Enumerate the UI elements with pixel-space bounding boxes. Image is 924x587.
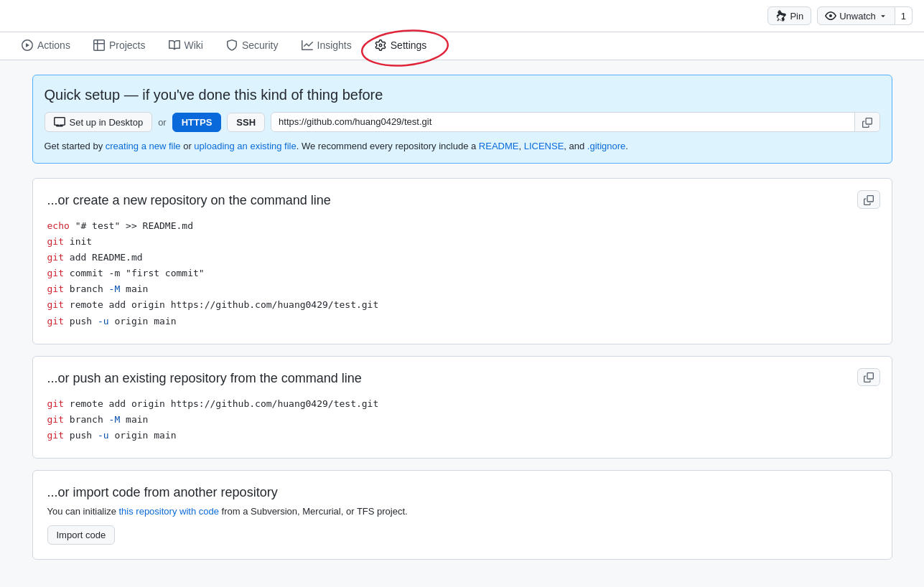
import-btn-label: Import code	[57, 530, 106, 540]
readme-link[interactable]: README	[479, 141, 519, 151]
push-git-kw-1: git	[47, 398, 64, 409]
tab-actions[interactable]: Actions	[11, 32, 80, 60]
unwatch-button[interactable]: Unwatch	[817, 6, 895, 25]
push-flag-M: -M	[109, 414, 121, 425]
gitignore-link[interactable]: .gitignore	[587, 141, 625, 151]
git-keyword-1: git	[47, 236, 64, 247]
tab-projects-label: Projects	[109, 39, 146, 51]
tab-wiki[interactable]: Wiki	[159, 32, 213, 60]
top-bar: Pin Unwatch 1	[0, 0, 924, 32]
push-origin-main: origin main	[109, 430, 177, 441]
git-keyword-6: git	[47, 316, 64, 327]
copy-icon	[862, 118, 872, 128]
echo-args: "# test" >> README.md	[70, 220, 193, 231]
graph-icon	[302, 39, 313, 51]
tab-settings-label: Settings	[391, 39, 427, 51]
git-commit: commit -m "first commit"	[64, 268, 205, 278]
tab-insights[interactable]: Insights	[291, 32, 362, 60]
push-flag-u: -u	[98, 430, 109, 441]
gear-icon	[375, 39, 386, 51]
create-repo-title: ...or create a new repository on the com…	[47, 193, 877, 208]
import-code-button[interactable]: Import code	[47, 525, 116, 545]
import-section: ...or import code from another repositor…	[32, 470, 892, 560]
unwatch-label: Unwatch	[839, 11, 876, 22]
import-title: ...or import code from another repositor…	[47, 485, 877, 500]
ssh-button[interactable]: SSH	[227, 113, 265, 132]
import-this-repo-link[interactable]: this repository with code	[118, 506, 218, 517]
import-desc: You can initialize this repository with …	[47, 506, 877, 517]
push-git-kw-2: git	[47, 414, 64, 425]
git-init: init	[64, 236, 92, 247]
push-line-2: git branch -M main	[47, 412, 877, 428]
comma1: ,	[518, 141, 523, 151]
git-keyword-3: git	[47, 268, 64, 278]
https-button[interactable]: HTTPS	[172, 113, 222, 132]
pin-label: Pin	[790, 11, 803, 22]
git-keyword-4: git	[47, 283, 64, 294]
git-keyword-2: git	[47, 252, 64, 263]
push-branch: branch	[64, 414, 109, 425]
git-branch-main1: main	[120, 283, 148, 294]
tab-security-label: Security	[242, 39, 279, 51]
git-push1: push	[64, 316, 98, 327]
quick-setup-title: Quick setup — if you've done this kind o…	[45, 87, 880, 103]
tab-security[interactable]: Security	[216, 32, 289, 60]
copy-section1-icon	[864, 195, 874, 205]
push-remote: remote add origin https://github.com/hua…	[64, 398, 378, 409]
top-bar-right: Pin Unwatch 1	[767, 6, 913, 25]
shield-icon	[226, 39, 238, 51]
desktop-btn-label: Set up in Desktop	[70, 117, 144, 128]
code-line-7: git push -u origin main	[47, 314, 877, 329]
git-branch1: branch	[64, 283, 109, 294]
url-bar	[271, 112, 879, 131]
flag-u-1: -u	[98, 316, 109, 327]
code-line-1: echo "# test" >> README.md	[47, 218, 877, 234]
code-line-4: git commit -m "first commit"	[47, 266, 877, 281]
tab-settings[interactable]: Settings	[365, 32, 437, 60]
tab-projects[interactable]: Projects	[83, 32, 156, 60]
code-line-3: git add README.md	[47, 250, 877, 266]
and-text: , and	[564, 141, 587, 151]
main-content: Quick setup — if you've done this kind o…	[21, 75, 904, 560]
tab-actions-label: Actions	[37, 39, 70, 51]
copy-section1-button[interactable]	[857, 190, 880, 209]
copy-url-button[interactable]	[854, 113, 879, 131]
push-line-1: git remote add origin https://github.com…	[47, 396, 877, 412]
import-desc-prefix: You can initialize	[47, 506, 119, 517]
tab-wiki-label: Wiki	[185, 39, 203, 51]
unwatch-group: Unwatch 1	[817, 6, 913, 25]
ssh-label: SSH	[236, 117, 256, 128]
setup-info: Get started by creating a new file or up…	[45, 141, 880, 151]
book-icon	[169, 39, 180, 51]
git-add: add README.md	[64, 252, 143, 263]
creating-new-file-link[interactable]: creating a new file	[106, 141, 181, 151]
watch-count[interactable]: 1	[895, 6, 913, 25]
copy-section2-button[interactable]	[857, 368, 880, 387]
git-keyword-5: git	[47, 299, 64, 310]
info-suffix: . We recommend every repository include …	[297, 141, 479, 151]
push-main: main	[120, 414, 148, 425]
setup-in-desktop-button[interactable]: Set up in Desktop	[45, 112, 153, 132]
eye-icon	[825, 10, 836, 22]
repo-url-input[interactable]	[271, 113, 854, 131]
code-line-5: git branch -M main	[47, 281, 877, 297]
chevron-down-icon	[879, 11, 887, 20]
create-repo-code: echo "# test" >> README.md git init git …	[47, 218, 877, 329]
pin-button[interactable]: Pin	[767, 6, 811, 25]
uploading-existing-file-link[interactable]: uploading an existing file	[194, 141, 296, 151]
echo-keyword: echo	[47, 220, 70, 231]
license-link[interactable]: LICENSE	[524, 141, 564, 151]
git-push-origin1: origin main	[109, 316, 177, 327]
push-push: push	[64, 430, 98, 441]
info-end: .	[625, 141, 628, 151]
git-remote: remote add origin https://github.com/hua…	[64, 299, 378, 310]
or2-text: or	[181, 141, 195, 151]
push-repo-title: ...or push an existing repository from t…	[47, 371, 877, 386]
nav-tabs: Actions Projects Wiki Security Insights …	[0, 32, 924, 60]
push-git-kw-3: git	[47, 430, 64, 441]
tab-insights-label: Insights	[317, 39, 352, 51]
copy-section2-icon	[864, 372, 874, 382]
https-label: HTTPS	[182, 117, 213, 128]
create-repo-section: ...or create a new repository on the com…	[32, 178, 892, 344]
push-repo-code: git remote add origin https://github.com…	[47, 396, 877, 443]
